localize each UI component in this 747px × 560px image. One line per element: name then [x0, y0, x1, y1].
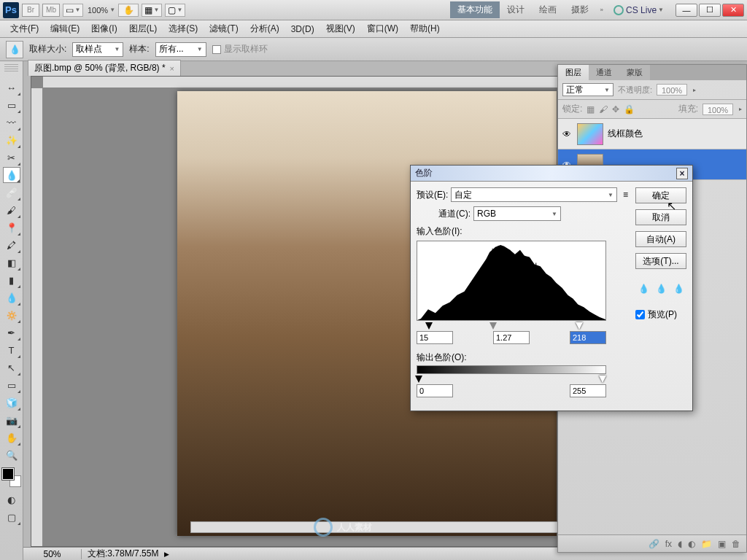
status-doc-info[interactable]: 文档:3.78M/7.55M [82, 548, 164, 560]
workspace-tab-design[interactable]: 设计 [500, 1, 532, 18]
layer-mask-icon[interactable]: ◖ [678, 539, 682, 549]
document-tab[interactable]: 原图.bmp @ 50% (背景, RGB/8) * × [28, 60, 181, 76]
hand-tool[interactable]: ✋ [3, 429, 20, 446]
channel-select[interactable]: RGB▼ [473, 206, 561, 221]
blur-tool[interactable]: 💧 [3, 289, 20, 306]
current-tool-icon[interactable]: 💧 [6, 41, 23, 58]
minibridge-button[interactable]: Mb [42, 4, 60, 17]
menu-help[interactable]: 帮助(H) [404, 23, 446, 35]
eyedropper-tool[interactable]: 💧 [3, 167, 20, 183]
midtones-input[interactable] [493, 331, 530, 344]
auto-button[interactable]: 自动(A) [635, 231, 686, 247]
gray-point-eyedropper-icon[interactable]: 💧 [654, 282, 667, 295]
zoom-tool[interactable]: 🔍 [3, 447, 20, 463]
lock-all-icon[interactable]: 🔒 [624, 104, 635, 114]
status-zoom[interactable]: 50% [23, 549, 82, 559]
view-extras-button[interactable]: ▭▼ [63, 4, 83, 17]
layer-item[interactable]: 👁 线框颜色 [558, 119, 746, 149]
preview-checkbox[interactable]: 预览(P) [635, 308, 686, 321]
dodge-tool[interactable]: 🔅 [3, 307, 20, 323]
output-low-input[interactable] [417, 384, 453, 397]
visibility-icon[interactable]: 👁 [561, 129, 573, 139]
close-button[interactable]: ✕ [722, 4, 744, 17]
pen-tool[interactable]: ✒ [3, 324, 20, 341]
crop-tool[interactable]: ✂ [3, 149, 20, 166]
menu-layer[interactable]: 图层(L) [123, 23, 163, 35]
menu-view[interactable]: 视图(V) [320, 23, 361, 35]
workspace-more-icon[interactable]: » [600, 7, 603, 13]
hand-tool-button[interactable]: ✋ [118, 4, 139, 17]
type-tool[interactable]: T [3, 342, 20, 358]
blend-mode-select[interactable]: 正常▼ [562, 83, 614, 96]
maximize-button[interactable]: ☐ [699, 4, 721, 17]
output-high-input[interactable] [570, 384, 606, 397]
brush-tool[interactable]: 🖌 [3, 202, 20, 218]
move-tool[interactable]: ↔ [3, 79, 20, 96]
color-swatch[interactable] [2, 468, 21, 487]
marquee-tool[interactable]: ▭ [3, 97, 20, 113]
eraser-tool[interactable]: ◧ [3, 254, 20, 271]
zoom-percent[interactable]: 100% [88, 6, 108, 15]
panel-tab-layers[interactable]: 图层 [558, 65, 589, 80]
lock-pixels-icon[interactable]: 🖌 [599, 104, 608, 114]
quick-mask-tool[interactable]: ◐ [3, 491, 20, 508]
ruler-vertical[interactable] [31, 88, 43, 546]
3d-tool[interactable]: 🧊 [3, 394, 20, 411]
gradient-tool[interactable]: ▮ [3, 272, 20, 288]
delete-layer-icon[interactable]: 🗑 [732, 539, 740, 549]
healing-brush-tool[interactable]: 🩹 [3, 184, 20, 201]
preset-select[interactable]: 自定▼ [451, 187, 617, 202]
path-selection-tool[interactable]: ↖ [3, 359, 20, 376]
clone-stamp-tool[interactable]: 📍 [3, 219, 20, 236]
link-layers-icon[interactable]: 🔗 [649, 539, 659, 549]
menu-edit[interactable]: 编辑(E) [44, 23, 85, 35]
output-sliders[interactable] [417, 376, 606, 384]
sample-select[interactable]: 所有...▼ [155, 42, 206, 57]
lock-position-icon[interactable]: ✥ [612, 104, 619, 114]
menu-filter[interactable]: 滤镜(T) [204, 23, 244, 35]
new-layer-icon[interactable]: ▣ [718, 539, 726, 549]
history-brush-tool[interactable]: 🖍 [3, 237, 20, 253]
black-point-eyedropper-icon[interactable]: 💧 [637, 282, 650, 295]
layer-fx-icon[interactable]: fx [665, 539, 672, 549]
options-button[interactable]: 选项(T)... [635, 253, 686, 269]
menu-window[interactable]: 窗口(W) [361, 23, 404, 35]
bridge-button[interactable]: Br [22, 4, 39, 17]
workspace-tab-essentials[interactable]: 基本功能 [450, 1, 500, 18]
layer-name[interactable]: 线框颜色 [608, 128, 643, 140]
panel-tab-masks[interactable]: 蒙版 [619, 65, 650, 80]
screen-mode-tool[interactable]: ▢ [3, 509, 20, 525]
menu-file[interactable]: 文件(F) [4, 23, 44, 35]
menu-3d[interactable]: 3D(D) [285, 24, 320, 34]
shadows-input[interactable] [417, 331, 453, 344]
workspace-tab-painting[interactable]: 绘画 [532, 1, 564, 18]
cslive-button[interactable]: CS Live▼ [614, 5, 664, 15]
output-low-slider[interactable] [415, 376, 422, 383]
magic-wand-tool[interactable]: ✨ [3, 132, 20, 148]
menu-image[interactable]: 图像(I) [85, 23, 123, 35]
output-high-slider[interactable] [599, 376, 606, 383]
show-ring-checkbox[interactable]: 显示取样环 [212, 43, 268, 55]
opacity-input[interactable]: 100% [657, 84, 687, 96]
arrange-documents-button[interactable]: ▦▼ [142, 4, 162, 17]
ok-button[interactable]: 确定 [635, 187, 686, 203]
highlights-slider[interactable] [576, 322, 583, 330]
panel-tab-channels[interactable]: 通道 [589, 65, 619, 80]
menu-analysis[interactable]: 分析(A) [244, 23, 285, 35]
histogram[interactable] [417, 241, 606, 321]
layer-thumbnail[interactable] [577, 123, 603, 145]
white-point-eyedropper-icon[interactable]: 💧 [672, 282, 685, 295]
shadows-slider[interactable] [425, 322, 433, 330]
dialog-title-bar[interactable]: 色阶 × [411, 166, 692, 182]
dialog-close-button[interactable]: × [676, 168, 688, 179]
minimize-button[interactable]: — [676, 4, 697, 17]
3d-camera-tool[interactable]: 📷 [3, 412, 20, 428]
screen-mode-button[interactable]: ▢▼ [165, 4, 185, 17]
cancel-button[interactable]: 取消 [635, 209, 686, 225]
foreground-color[interactable] [2, 468, 14, 480]
sample-size-select[interactable]: 取样点▼ [72, 42, 123, 57]
toolbox-grip[interactable] [4, 64, 18, 73]
document-tab-close-icon[interactable]: × [170, 64, 174, 73]
lasso-tool[interactable]: 〰 [3, 114, 20, 131]
adjustment-layer-icon[interactable]: ◐ [688, 539, 695, 549]
